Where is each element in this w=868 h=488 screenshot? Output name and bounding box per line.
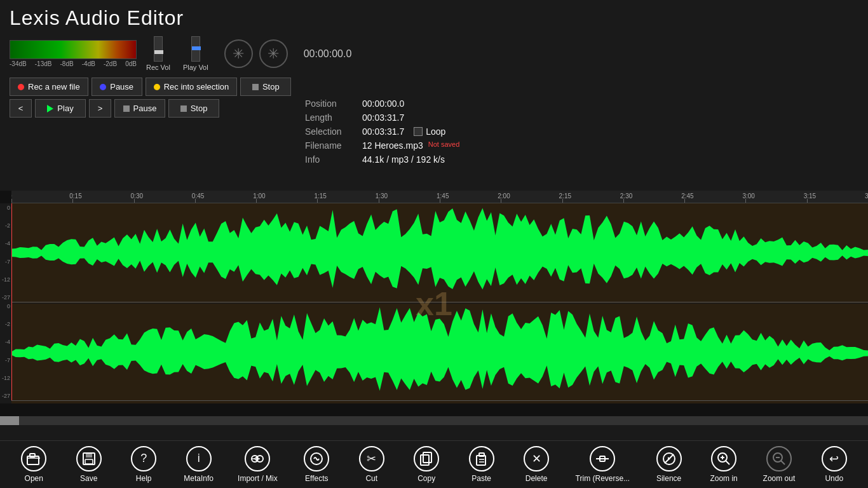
info-meta-value: 44.1k / mp3 / 192 k/s	[362, 154, 445, 165]
rec-sel-indicator	[154, 84, 160, 90]
play-icon	[47, 105, 53, 112]
svg-rect-10	[421, 455, 429, 465]
paste-icon	[469, 446, 494, 471]
svg-rect-12	[477, 456, 485, 465]
effects-button[interactable]: Effects	[301, 446, 332, 483]
center-line-bottom	[11, 400, 868, 401]
rec-vol-label: Rec Vol	[146, 64, 170, 71]
svg-rect-3	[30, 454, 35, 457]
play-button[interactable]: Play	[35, 99, 86, 118]
copy-label: Copy	[417, 474, 435, 483]
loop-checkbox[interactable]	[414, 127, 423, 136]
position-row: Position 00:00:00.0	[305, 98, 546, 109]
pb-stop-button[interactable]: Stop	[168, 99, 219, 118]
svg-line-21	[726, 461, 729, 464]
import-label: Import / Mix	[238, 474, 278, 483]
cut-icon: ✂	[359, 446, 384, 471]
effects-icon	[304, 446, 329, 471]
trim-icon	[590, 446, 615, 471]
position-label: Position	[305, 98, 362, 109]
record-controls-row: Rec a new file Pause Rec into selection …	[10, 78, 291, 118]
length-label: Length	[305, 112, 362, 123]
delete-label: Delete	[526, 474, 548, 483]
length-value: 00:03:31.7	[362, 112, 404, 123]
metainfo-button[interactable]: i MetaInfo	[183, 446, 215, 483]
vu-meter-labels: -34dB -13dB -8dB -4dB -2dB 0dB	[10, 60, 137, 67]
filename-value: 12 Heroes.mp3	[362, 140, 423, 151]
trim-button[interactable]: Trim (Reverse...	[576, 446, 630, 483]
waveform-container: 00:150:300:451:001:151:301:452:002:152:3…	[0, 191, 868, 416]
svg-rect-5	[86, 453, 92, 458]
save-button[interactable]: Save	[73, 446, 105, 483]
silence-button[interactable]: Silence	[653, 446, 685, 483]
playback-btn-row: < Play > Pause Stop	[10, 99, 291, 118]
timeline: 00:150:300:451:001:151:301:452:002:152:3…	[11, 191, 868, 203]
selection-value: 00:03:31.7	[362, 126, 404, 137]
center-line-top	[11, 302, 868, 302]
loop-label: Loop	[426, 126, 445, 137]
save-icon	[76, 446, 102, 471]
effects-label: Effects	[305, 474, 328, 483]
next-button[interactable]: >	[89, 99, 111, 118]
zoom-out-button[interactable]: Zoom out	[763, 446, 796, 483]
copy-icon	[414, 446, 439, 471]
silence-icon	[656, 446, 682, 471]
filename-label: Filename	[305, 140, 362, 151]
trim-label: Trim (Reverse...	[576, 474, 630, 483]
help-icon: ?	[131, 446, 156, 471]
stop-indicator	[252, 84, 259, 90]
cut-button[interactable]: ✂ Cut	[356, 446, 388, 483]
info-meta-label: Info	[305, 154, 362, 165]
fan-icons: ✳ ✳	[224, 39, 288, 68]
paste-label: Paste	[471, 474, 491, 483]
scrollbar-area	[0, 416, 868, 425]
help-button[interactable]: ? Help	[128, 446, 159, 483]
rec-vol-slider[interactable]	[154, 36, 163, 62]
rec-vol-control: Rec Vol	[146, 36, 170, 71]
rec-into-sel-button[interactable]: Rec into selection	[146, 78, 238, 96]
rec-new-button[interactable]: Rec a new file	[10, 78, 88, 96]
play-vol-control: Play Vol	[183, 36, 208, 71]
rec-pause-button[interactable]: Pause	[92, 78, 142, 96]
pause-indicator	[100, 84, 106, 90]
rec-stop-button[interactable]: Stop	[240, 78, 291, 96]
undo-button[interactable]: ↩ Undo	[818, 446, 850, 483]
silence-label: Silence	[656, 474, 681, 483]
help-label: Help	[136, 474, 152, 483]
vu-meter	[10, 40, 137, 59]
fan-icon-2: ✳	[259, 39, 288, 68]
svg-rect-11	[423, 452, 431, 463]
svg-rect-13	[479, 453, 484, 456]
pb-pause-indicator	[123, 105, 130, 112]
cut-label: Cut	[365, 474, 377, 483]
pb-pause-button[interactable]: Pause	[114, 99, 165, 118]
copy-button[interactable]: Copy	[410, 446, 442, 483]
open-icon	[21, 446, 46, 471]
playhead	[11, 203, 12, 400]
position-value: 00:00:00.0	[362, 98, 404, 109]
filename-row: Filename 12 Heroes.mp3 Not saved	[305, 140, 546, 151]
import-mix-button[interactable]: Import / Mix	[238, 446, 278, 483]
rec-indicator	[18, 84, 24, 90]
zoom-out-label: Zoom out	[763, 474, 796, 483]
timestamp: 00:00:00.0	[304, 48, 352, 60]
waveform-svg	[0, 203, 868, 403]
zoom-in-button[interactable]: Zoom in	[708, 446, 740, 483]
waveform[interactable]: x1	[0, 203, 868, 403]
scrollbar-track[interactable]	[0, 416, 868, 425]
prev-button[interactable]: <	[10, 99, 32, 118]
import-icon	[245, 446, 270, 471]
info-panel: Position 00:00:00.0 Length 00:03:31.7 Se…	[305, 98, 546, 168]
play-vol-slider[interactable]	[191, 36, 200, 62]
db-labels-top: 0 -2 -4 -7 -12 -27	[0, 203, 11, 302]
db-labels-bottom: 0 -2 -4 -7 -12 -27	[0, 302, 11, 400]
delete-button[interactable]: ✕ Delete	[520, 446, 552, 483]
svg-rect-6	[85, 459, 93, 464]
paste-button[interactable]: Paste	[466, 446, 498, 483]
open-button[interactable]: Open	[18, 446, 50, 483]
zoom-in-icon	[711, 446, 736, 471]
play-vol-label: Play Vol	[183, 64, 208, 71]
open-label: Open	[25, 474, 43, 483]
scrollbar-thumb[interactable]	[0, 416, 19, 425]
app-header: Lexis Audio Editor	[0, 0, 868, 33]
